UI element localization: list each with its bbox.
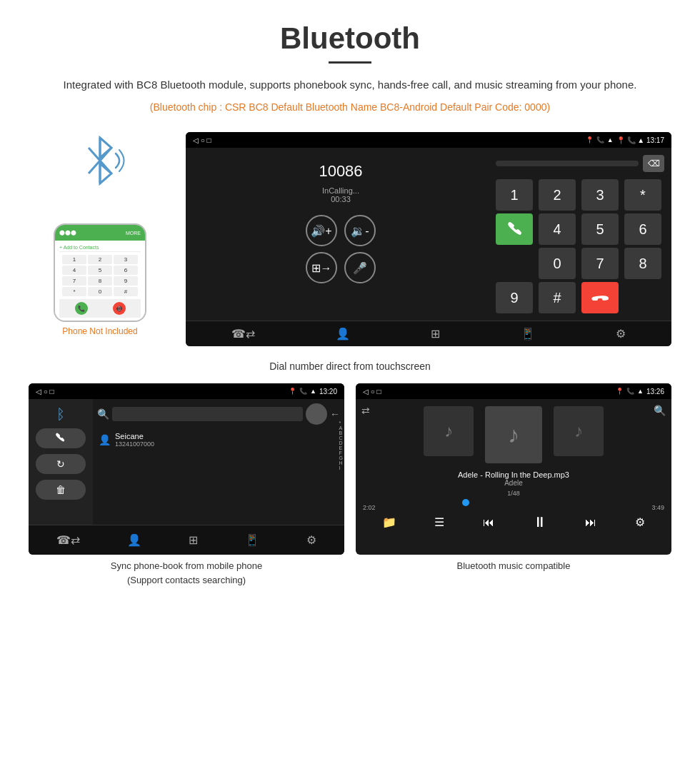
bluetooth-info: (Bluetooth chip : CSR BC8 Default Blueto… — [29, 99, 671, 115]
dial-bottom-phone-icon[interactable]: 📱 — [521, 327, 535, 341]
dial-ctrl-row-1: 🔊+ 🔉- — [306, 215, 376, 246]
phone-key-2: 2 — [88, 255, 112, 264]
phone-add-contacts: + Add to Contacts — [59, 243, 141, 252]
music-albums-row: ♪ ♪ ♪ — [424, 406, 604, 463]
pb-bottom-contacts-icon[interactable]: 👤 — [127, 533, 141, 547]
alpha-c[interactable]: C — [339, 435, 343, 440]
pb-bottom-settings-icon[interactable]: ⚙ — [306, 533, 316, 547]
phone-side: ⬤⬤⬤ MORE + Add to Contacts 1 2 3 4 5 6 7… — [29, 132, 171, 336]
music-search-icon[interactable]: 🔍 — [654, 405, 666, 416]
dial-bottom-bar: ☎⇄ 👤 ⊞ 📱 ⚙ — [186, 321, 671, 346]
alpha-i[interactable]: I — [339, 465, 343, 470]
phone-header-label: ⬤⬤⬤ — [59, 230, 76, 236]
alpha-f[interactable]: F — [339, 450, 343, 455]
dial-bottom-contacts-icon[interactable]: 👤 — [336, 327, 350, 341]
alpha-g[interactable]: G — [339, 455, 343, 460]
music-list-icon[interactable]: ☰ — [434, 515, 444, 529]
key-1[interactable]: 1 — [496, 179, 533, 211]
key-end-call[interactable] — [581, 282, 619, 313]
dial-status-icons: 📍 📞 ▲ 📍 📞 ▲ 13:17 — [586, 136, 664, 144]
volume-down-button[interactable]: 🔉- — [344, 215, 376, 246]
pb-alphabet-list: * A B C D E F G H I — [339, 420, 343, 470]
pb-search-row: 🔍 ← — [97, 403, 340, 425]
dial-signal-icon: ▲ — [607, 136, 614, 143]
pb-call-button[interactable] — [36, 428, 86, 448]
key-6[interactable]: 6 — [624, 213, 661, 245]
music-eq-icon[interactable]: ⚙ — [635, 515, 645, 529]
music-album-left: ♪ — [424, 406, 474, 456]
key-call[interactable] — [496, 213, 533, 245]
dial-bottom-dialpad-icon[interactable]: ⊞ — [431, 327, 440, 341]
key-9[interactable]: 9 — [496, 282, 533, 313]
alpha-a[interactable]: A — [339, 425, 343, 430]
phone-key-9: 9 — [114, 276, 138, 286]
mic-button[interactable]: 🎤 — [344, 252, 376, 283]
key-0[interactable]: 0 — [539, 248, 576, 279]
contact-seicane[interactable]: 👤 Seicane 13241007000 — [97, 429, 340, 450]
phone-key-0: 0 — [88, 287, 112, 296]
music-folder-icon[interactable]: 📁 — [382, 515, 396, 529]
phone-screen: + Add to Contacts 1 2 3 4 5 6 7 8 9 * 0 … — [55, 241, 145, 321]
pb-bottom-calls-icon[interactable]: ☎⇄ — [56, 533, 80, 547]
phone-key-star: * — [62, 287, 86, 296]
key-7[interactable]: 7 — [581, 248, 619, 279]
transfer-button[interactable]: ⊞→ — [306, 252, 337, 283]
key-hash[interactable]: # — [539, 282, 576, 313]
dial-content: 10086 InCalling... 00:33 🔊+ 🔉- ⊞→ 🎤 — [186, 148, 671, 321]
key-8[interactable]: 8 — [624, 248, 661, 279]
pb-search-icon: 🔍 — [97, 408, 109, 420]
title-underline — [329, 61, 371, 64]
key-star[interactable]: * — [624, 179, 661, 211]
pb-sync-icon: ↻ — [56, 458, 65, 470]
alpha-b[interactable]: B — [339, 430, 343, 435]
backspace-button[interactable]: ⌫ — [643, 155, 664, 172]
music-note-right: ♪ — [574, 421, 583, 441]
music-next-button[interactable]: ⏭ — [585, 516, 596, 529]
key-2[interactable]: 2 — [539, 179, 576, 211]
dial-left-panel: 10086 InCalling... 00:33 🔊+ 🔉- ⊞→ 🎤 — [193, 155, 489, 313]
music-shuffle-icon[interactable]: ⇄ — [361, 405, 370, 416]
pb-back-icon[interactable]: ← — [330, 408, 340, 420]
pb-bottom-dialpad-icon[interactable]: ⊞ — [189, 533, 198, 547]
alpha-star[interactable]: * — [339, 420, 343, 425]
pb-location-icon: 📍 — [289, 388, 296, 395]
pb-delete-icon: 🗑 — [56, 484, 66, 495]
music-song-title: Adele - Rolling In the Deep.mp3 — [458, 470, 569, 479]
phone-key-1: 1 — [62, 255, 86, 264]
alpha-d[interactable]: D — [339, 440, 343, 445]
dial-bottom-settings-icon[interactable]: ⚙ — [616, 327, 626, 341]
phone-mock: ⬤⬤⬤ MORE + Add to Contacts 1 2 3 4 5 6 7… — [54, 223, 146, 322]
dial-phone-icon: 📞 — [596, 136, 604, 143]
dial-bottom-calls-icon[interactable]: ☎⇄ — [231, 327, 255, 341]
bluetooth-symbol-icon — [71, 132, 129, 189]
music-play-pause-button[interactable]: ⏸ — [533, 514, 547, 530]
music-item: ◁ ○ □ 📍 📞 ▲ 13:26 ⇄ 🔍 ♪ — [356, 383, 671, 587]
phonebook-sidebar: ᛒ ↻ 🗑 — [29, 399, 93, 525]
key-4[interactable]: 4 — [539, 213, 576, 245]
phone-key-hash: # — [114, 287, 138, 296]
key-5[interactable]: 5 — [581, 213, 619, 245]
music-phone-icon: 📞 — [626, 388, 634, 395]
music-content: ⇄ 🔍 ♪ ♪ ♪ Adele - Rolling In the De — [356, 399, 671, 525]
page-container: Bluetooth Integrated with BC8 Bluetooth … — [0, 0, 700, 615]
pb-delete-button[interactable]: 🗑 — [36, 480, 86, 500]
android-dial-screen: ◁ ○ □ 📍 📞 ▲ 📍 📞 ▲ 13:17 10086 InCalling.… — [186, 132, 671, 346]
phone-key-4: 4 — [62, 266, 86, 275]
pb-sync-button[interactable]: ↻ — [36, 454, 86, 474]
alpha-h[interactable]: H — [339, 460, 343, 465]
pb-bottom-phone-icon[interactable]: 📱 — [245, 533, 259, 547]
music-note-left: ♪ — [444, 421, 453, 441]
pb-phone-icon: 📞 — [299, 388, 307, 395]
key-3[interactable]: 3 — [581, 179, 619, 211]
phonebook-content: ᛒ ↻ 🗑 — [29, 399, 344, 525]
music-prev-button[interactable]: ⏮ — [483, 516, 494, 529]
music-screen: ◁ ○ □ 📍 📞 ▲ 13:26 ⇄ 🔍 ♪ — [356, 383, 671, 555]
pb-circle-button[interactable] — [306, 403, 327, 425]
volume-up-button[interactable]: 🔊+ — [306, 215, 337, 246]
alpha-e[interactable]: E — [339, 445, 343, 450]
music-time-current: 2:02 — [363, 504, 376, 511]
top-section: ⬤⬤⬤ MORE + Add to Contacts 1 2 3 4 5 6 7… — [29, 132, 671, 346]
pb-search-bar[interactable] — [112, 407, 303, 421]
dial-input-field[interactable] — [496, 161, 639, 166]
contact-number: 13241007000 — [115, 440, 154, 448]
